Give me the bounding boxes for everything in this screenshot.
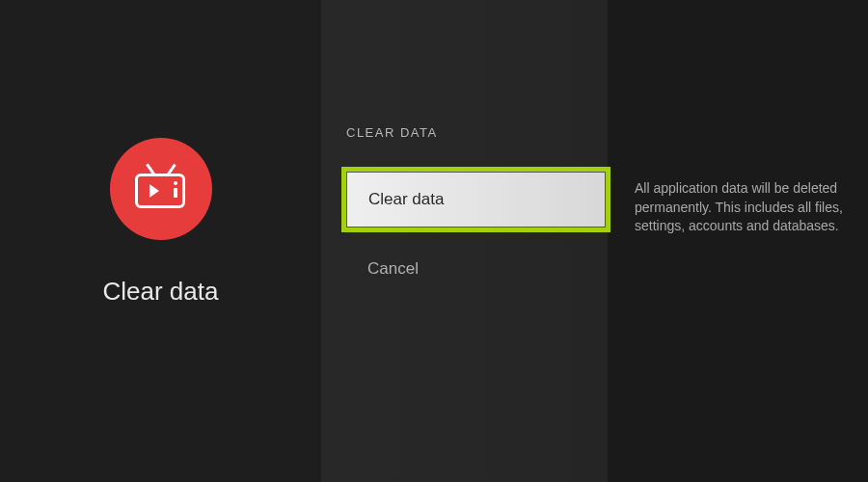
tv-play-icon [135, 170, 187, 208]
option-clear-data-highlight: Clear data [341, 167, 610, 232]
option-cancel[interactable]: Cancel [346, 244, 606, 294]
options-panel: CLEAR DATA Clear data Cancel [321, 0, 608, 482]
section-header: CLEAR DATA [346, 125, 606, 140]
app-icon [110, 138, 212, 240]
left-panel: Clear data [0, 0, 321, 482]
description-panel: All application data will be deleted per… [608, 0, 868, 482]
page-title: Clear data [103, 277, 219, 307]
description-text: All application data will be deleted per… [635, 179, 849, 236]
option-clear-data[interactable]: Clear data [346, 172, 606, 228]
